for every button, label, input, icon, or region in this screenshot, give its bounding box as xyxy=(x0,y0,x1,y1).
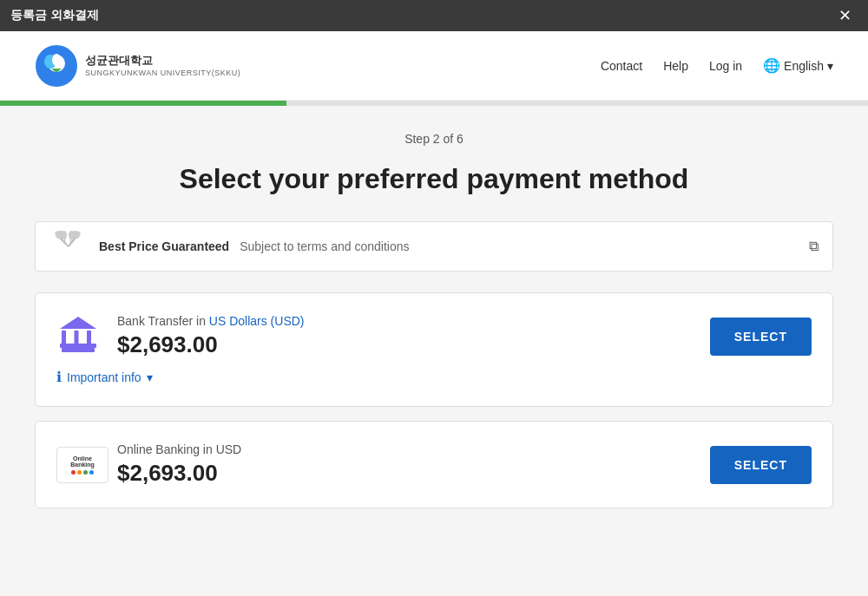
important-info-label: Important info xyxy=(67,370,141,384)
bank-icon xyxy=(58,315,98,355)
online-banking-title: Online Banking in USD xyxy=(117,442,241,456)
bank-transfer-amount: $2,693.00 xyxy=(117,331,305,358)
bank-transfer-info: Bank Transfer in US Dollars (USD) $2,693… xyxy=(117,314,305,358)
close-button[interactable]: ✕ xyxy=(832,3,858,29)
online-banking-left: Online Banking Online Banking in USD $2,… xyxy=(56,442,241,487)
bank-transfer-card-top: Bank Transfer in US Dollars (USD) $2,693… xyxy=(56,314,812,358)
contact-link[interactable]: Contact xyxy=(601,59,642,73)
svg-point-3 xyxy=(52,54,61,66)
svg-point-9 xyxy=(69,231,74,239)
main-content: Step 2 of 6 Select your preferred paymen… xyxy=(0,106,868,596)
bank-transfer-card-inner: Bank Transfer in US Dollars (USD) $2,693… xyxy=(56,314,812,385)
online-banking-info: Online Banking in USD $2,693.00 xyxy=(117,442,241,487)
best-price-left: Best Price Guaranteed Subject to terms a… xyxy=(49,231,410,262)
bank-transfer-card: Bank Transfer in US Dollars (USD) $2,693… xyxy=(35,292,833,407)
step-label: Step 2 of 6 xyxy=(35,132,833,146)
nav-links: Contact Help Log in 🌐 English ▾ xyxy=(601,57,833,74)
logo-text-block: 성균관대학교 SUNGKYUNKWAN UNIVERSITY(SKKU) xyxy=(85,54,240,77)
laurel-icon xyxy=(49,231,89,262)
globe-icon: 🌐 xyxy=(763,57,780,74)
title-bar: 등록금 외화결제 ✕ xyxy=(0,0,868,31)
best-price-subtitle: Subject to terms and conditions xyxy=(240,239,409,253)
title-bar-text: 등록금 외화결제 xyxy=(10,8,99,23)
important-info-row[interactable]: ℹ Important info ▾ xyxy=(56,369,812,385)
language-label: English xyxy=(784,59,824,73)
ob-logo-text-line2: Banking xyxy=(70,462,95,468)
bank-icon-area xyxy=(56,315,100,358)
online-banking-logo: Online Banking xyxy=(56,447,108,483)
chevron-down-icon: ▾ xyxy=(827,59,833,73)
info-icon: ℹ xyxy=(56,369,62,385)
ob-logo-text-line1: Online xyxy=(73,455,92,462)
bank-transfer-left: Bank Transfer in US Dollars (USD) $2,693… xyxy=(56,314,305,358)
svg-rect-10 xyxy=(62,348,95,352)
important-info-chevron: ▾ xyxy=(147,370,153,384)
svg-marker-15 xyxy=(60,317,96,329)
header: 성균관대학교 SUNGKYUNKWAN UNIVERSITY(SKKU) Con… xyxy=(0,31,868,101)
logo-area: 성균관대학교 SUNGKYUNKWAN UNIVERSITY(SKKU) xyxy=(35,44,240,88)
online-banking-amount: $2,693.00 xyxy=(117,460,241,487)
help-link[interactable]: Help xyxy=(663,59,688,73)
external-link-icon[interactable]: ⧉ xyxy=(809,239,819,254)
best-price-banner: Best Price Guaranteed Subject to terms a… xyxy=(35,221,833,272)
university-name-en: SUNGKYUNKWAN UNIVERSITY(SKKU) xyxy=(85,69,240,77)
online-banking-icon-area: Online Banking xyxy=(56,447,100,483)
login-link[interactable]: Log in xyxy=(709,59,742,73)
page-heading: Select your preferred payment method xyxy=(35,163,833,195)
svg-rect-14 xyxy=(60,344,96,348)
bank-transfer-select-button[interactable]: SELECT xyxy=(710,318,812,356)
online-banking-card: Online Banking Online Banking in USD $2,… xyxy=(35,421,833,508)
university-name: 성균관대학교 xyxy=(85,54,240,69)
best-price-title: Best Price Guaranteed xyxy=(99,239,229,253)
ob-dots xyxy=(71,470,94,475)
university-logo xyxy=(35,44,78,88)
bank-transfer-title: Bank Transfer in US Dollars (USD) xyxy=(117,314,305,328)
language-selector[interactable]: 🌐 English ▾ xyxy=(763,57,833,74)
svg-point-6 xyxy=(62,231,67,239)
online-banking-select-button[interactable]: SELECT xyxy=(710,446,812,484)
